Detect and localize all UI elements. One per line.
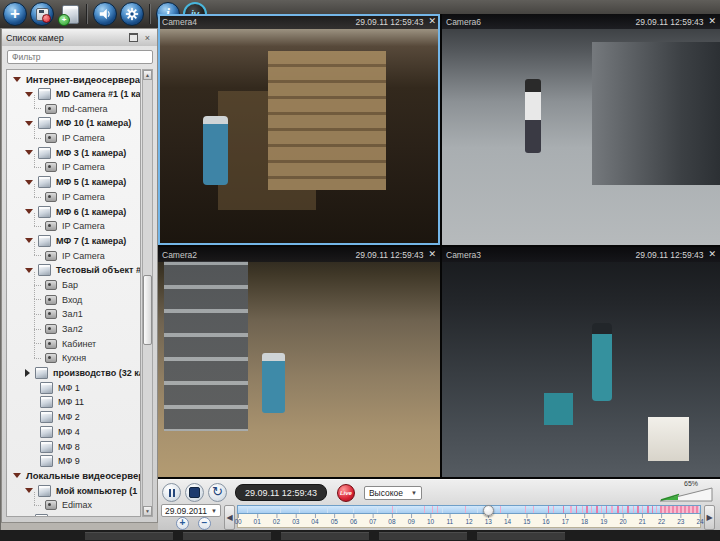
quality-select[interactable]: Высокое ▼: [364, 486, 422, 500]
scroll-up-icon[interactable]: ▲: [143, 70, 152, 80]
stop-button[interactable]: [185, 483, 204, 502]
close-icon[interactable]: ✕: [708, 250, 716, 259]
close-panel-button[interactable]: ×: [142, 33, 153, 43]
expand-arrow-icon[interactable]: [25, 121, 33, 126]
tree-item[interactable]: МФ 5 (1 камера): [7, 175, 140, 190]
tree-item-label: МФ 8: [58, 442, 80, 452]
pause-button[interactable]: [162, 483, 181, 502]
add-button[interactable]: +: [3, 2, 27, 26]
tree-item[interactable]: Зал1: [7, 307, 140, 322]
refresh-button[interactable]: ↻: [208, 483, 227, 502]
video-frame: [158, 14, 440, 245]
timeline-hour-label: 18: [581, 518, 588, 525]
tree-item[interactable]: МФ 2: [7, 410, 140, 425]
expand-arrow-icon[interactable]: [25, 268, 33, 273]
tree-item-label: Кабинет: [62, 339, 96, 349]
tree-section[interactable]: Интернет-видеосервера: [7, 72, 140, 87]
tree-item[interactable]: МФ 6 (1 камера): [7, 204, 140, 219]
filter-input[interactable]: [7, 50, 153, 64]
camera-icon: [45, 295, 57, 305]
tree-item[interactable]: MD Camera #1 (1 камера): [7, 87, 140, 102]
expand-arrow-icon[interactable]: [25, 209, 33, 214]
playback-controls: ↻ 29.09.11 12:59:43 Live Высокое ▼: [162, 482, 422, 503]
tree-item[interactable]: МФ 3 (1 камера): [7, 145, 140, 160]
timeline-zoom-in-button[interactable]: +: [176, 517, 189, 530]
tree-item[interactable]: Бар: [7, 278, 140, 293]
tree-item[interactable]: МФ 10 (1 камера): [7, 116, 140, 131]
camera-cell-camera3[interactable]: Camera3 29.09.11 12:59:43 ✕: [442, 247, 720, 477]
camera-cell-camera4[interactable]: Camera4 29.09.11 12:59:43 ✕: [158, 14, 440, 245]
server-icon: [38, 485, 51, 497]
audio-button[interactable]: [93, 2, 117, 26]
tree-scrollbar[interactable]: ▲ ▼: [142, 69, 153, 517]
collapsed-arrow-icon[interactable]: [25, 516, 30, 517]
tree-section[interactable]: Локальные видеосервера+: [7, 469, 140, 484]
plus-icon: +: [10, 5, 20, 22]
tree-item[interactable]: Зал2: [7, 322, 140, 337]
expand-arrow-icon[interactable]: [25, 238, 33, 243]
tree-item[interactable]: МФ 4: [7, 425, 140, 440]
date-picker[interactable]: 29.09.2011 ▼: [161, 504, 221, 517]
tree-item[interactable]: md-camera: [7, 101, 140, 116]
recording-event-stripe: [652, 506, 653, 513]
collapsed-arrow-icon[interactable]: [25, 369, 30, 377]
tree-item[interactable]: МФ 11: [7, 395, 140, 410]
timeline-scroll-right-button[interactable]: ▶: [704, 505, 715, 530]
timeline-hour-label: 03: [292, 518, 299, 525]
recording-event-stripe: [627, 506, 629, 513]
tree-item[interactable]: Неттоп 1111 (9 камер): [7, 513, 140, 517]
tree-item[interactable]: IP Camera: [7, 131, 140, 146]
tree-item[interactable]: IP Camera: [7, 190, 140, 205]
recording-event-stripe: [465, 506, 466, 513]
expand-arrow-icon[interactable]: [25, 92, 33, 97]
tree-item[interactable]: МФ 1: [7, 380, 140, 395]
server-icon: [40, 382, 53, 394]
camera-icon: [45, 280, 57, 290]
timeline-scroll-left-button[interactable]: ◀: [224, 505, 235, 530]
expand-arrow-icon[interactable]: [13, 473, 21, 478]
camera-name: Camera6: [446, 17, 481, 27]
add-object-button[interactable]: +: [57, 2, 81, 26]
close-icon[interactable]: ✕: [708, 17, 716, 26]
tree-item[interactable]: Кабинет: [7, 336, 140, 351]
close-icon[interactable]: ✕: [428, 250, 436, 259]
tree-item[interactable]: МФ 9: [7, 454, 140, 469]
tree-item[interactable]: МФ 7 (1 камера): [7, 234, 140, 249]
camera-name: Camera3: [446, 250, 481, 260]
tree-item[interactable]: Кухня: [7, 351, 140, 366]
expand-arrow-icon[interactable]: [25, 488, 33, 493]
tree-item-label: Вход: [62, 295, 82, 305]
scroll-down-icon[interactable]: ▼: [143, 506, 152, 516]
dock-panel-button[interactable]: [128, 33, 139, 43]
tree-item[interactable]: IP Camera: [7, 160, 140, 175]
settings-button[interactable]: [120, 2, 144, 26]
tree-item[interactable]: Тестовый объект #4128 (6 …: [7, 263, 140, 278]
taskbar-item: [281, 532, 369, 540]
camera-icon: [45, 133, 57, 143]
record-save-button[interactable]: [30, 2, 54, 26]
timeline-hour-label: 02: [273, 518, 280, 525]
tree-item-label: md-camera: [62, 104, 108, 114]
timeline[interactable]: 0001020304050607080910111213141516171819…: [237, 505, 701, 530]
expand-arrow-icon[interactable]: [25, 180, 33, 185]
tree-item[interactable]: Вход: [7, 292, 140, 307]
tree-item[interactable]: IP Camera: [7, 219, 140, 234]
timeline-hour-label: 17: [562, 518, 569, 525]
timeline-track[interactable]: [237, 505, 701, 514]
stream-meter: 65%: [658, 480, 714, 503]
tree-item[interactable]: МФ 8: [7, 439, 140, 454]
live-button[interactable]: Live: [337, 484, 355, 502]
tree-item[interactable]: Мой компьютер (1 камера): [7, 483, 140, 498]
timeline-zoom-out-button[interactable]: −: [198, 517, 211, 530]
tree-item[interactable]: Edimax: [7, 498, 140, 513]
tree-item[interactable]: производство (32 камеры): [7, 366, 140, 381]
expand-arrow-icon[interactable]: [13, 77, 21, 82]
camera-cell-camera2[interactable]: Camera2 29.09.11 12:59:43 ✕: [158, 247, 440, 477]
tree-item[interactable]: IP Camera: [7, 248, 140, 263]
expand-arrow-icon[interactable]: [25, 150, 33, 155]
tree-item-label: МФ 3 (1 камера): [56, 148, 126, 158]
camera-cell-camera6[interactable]: Camera6 29.09.11 12:59:43 ✕: [442, 14, 720, 245]
timeline-scale: 0001020304050607080910111213141516171819…: [237, 514, 701, 528]
close-icon[interactable]: ✕: [428, 17, 436, 26]
scrollbar-thumb[interactable]: [143, 275, 152, 345]
